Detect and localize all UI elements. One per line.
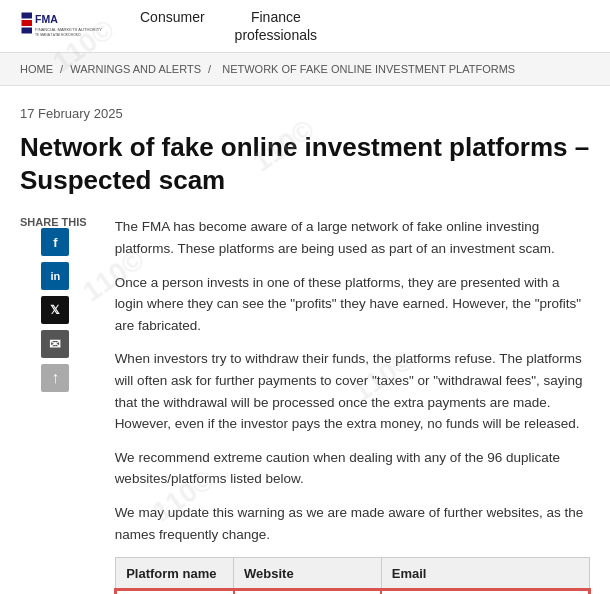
facebook-icon[interactable]: f [41, 228, 69, 256]
svg-text:TE MANA TĀTAI HOKOHOKO: TE MANA TĀTAI HOKOHOKO [35, 33, 81, 37]
paragraph-3: When investors try to withdraw their fun… [115, 348, 590, 434]
cell-platform-name: NEONSKY [116, 590, 234, 594]
share-section: SHARE THIS f in 𝕏 ✉ ↑ The FMA has become… [20, 216, 590, 594]
breadcrumb-home[interactable]: HOME [20, 63, 53, 75]
article-body: The FMA has become aware of a large netw… [115, 216, 590, 594]
linkedin-icon[interactable]: in [41, 262, 69, 290]
table-row: NEONSKYneonskyfx.cominfo@neonsky.vip [116, 590, 589, 594]
breadcrumb-current: NETWORK OF FAKE ONLINE INVESTMENT PLATFO… [222, 63, 515, 75]
social-icons: f in 𝕏 ✉ ↑ [41, 228, 69, 392]
col-email: Email [381, 558, 589, 591]
svg-text:FMA: FMA [35, 13, 58, 25]
logo-area: FMA FINANCIAL MARKETS AUTHORITY TE MANA … [20, 8, 110, 44]
scroll-up-icon[interactable]: ↑ [41, 364, 69, 392]
article-date: 17 February 2025 [20, 106, 590, 121]
breadcrumb: HOME / WARNINGS AND ALERTS / NETWORK OF … [0, 53, 610, 86]
table-header-row: Platform name Website Email [116, 558, 589, 591]
breadcrumb-warnings[interactable]: WARNINGS AND ALERTS [70, 63, 201, 75]
cell-website: neonskyfx.com [234, 590, 382, 594]
fma-logo: FMA FINANCIAL MARKETS AUTHORITY TE MANA … [20, 8, 110, 44]
platform-table: Platform name Website Email NEONSKYneons… [115, 557, 590, 594]
svg-rect-1 [22, 20, 33, 26]
nav-consumer[interactable]: Consumer [140, 8, 205, 44]
paragraph-4: We recommend extreme caution when dealin… [115, 447, 590, 490]
paragraph-5: We may update this warning as we are mad… [115, 502, 590, 545]
email-icon[interactable]: ✉ [41, 330, 69, 358]
nav-finance-professionals[interactable]: Financeprofessionals [235, 8, 318, 44]
paragraph-1: The FMA has become aware of a large netw… [115, 216, 590, 259]
svg-text:FINANCIAL MARKETS AUTHORITY: FINANCIAL MARKETS AUTHORITY [35, 27, 102, 32]
breadcrumb-sep2: / [208, 63, 214, 75]
svg-rect-0 [22, 13, 33, 19]
article-title: Network of fake online investment platfo… [20, 131, 590, 196]
twitter-icon[interactable]: 𝕏 [41, 296, 69, 324]
breadcrumb-sep: / [60, 63, 66, 75]
svg-rect-2 [22, 28, 33, 34]
cell-email: info@neonsky.vip [381, 590, 589, 594]
site-header: FMA FINANCIAL MARKETS AUTHORITY TE MANA … [0, 0, 610, 53]
paragraph-2: Once a person invests in one of these pl… [115, 272, 590, 337]
article-content: 17 February 2025 Network of fake online … [0, 86, 610, 594]
main-nav: Consumer Financeprofessionals [140, 8, 317, 44]
col-website: Website [234, 558, 382, 591]
col-platform-name: Platform name [116, 558, 234, 591]
share-label: SHARE THIS [20, 216, 87, 228]
